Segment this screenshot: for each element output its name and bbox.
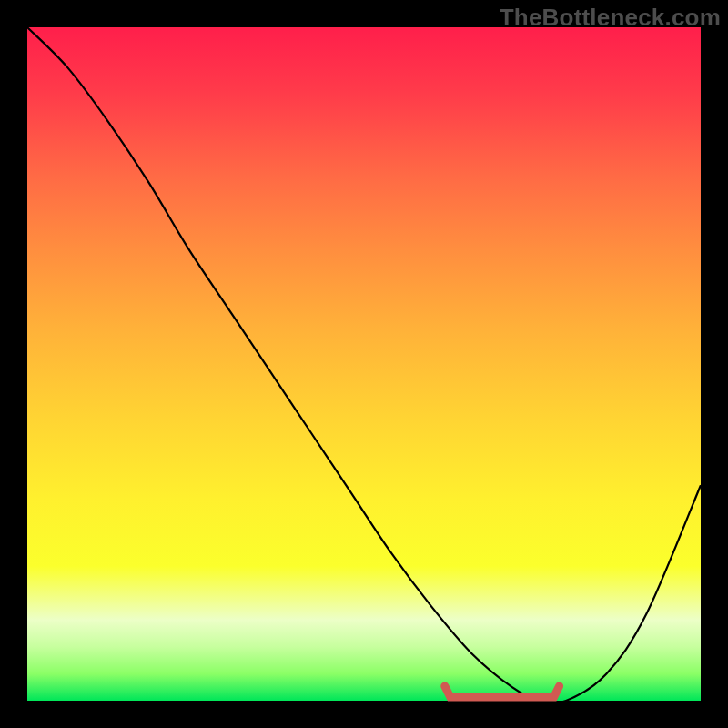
optimal-range-mark <box>445 686 560 697</box>
chart-frame: TheBottleneck.com <box>0 0 728 728</box>
bottleneck-curve <box>27 27 701 703</box>
curve-layer <box>27 27 701 701</box>
